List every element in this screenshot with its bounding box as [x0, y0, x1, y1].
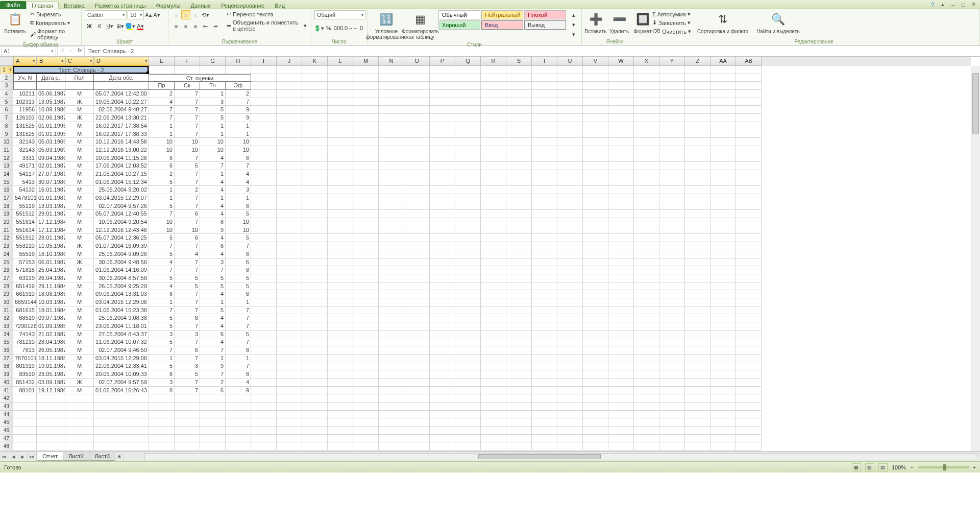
column-header-U[interactable]: U [557, 57, 583, 66]
formula-input[interactable]: Тест: Словарь - 2 [85, 46, 980, 56]
fill-color-button[interactable]: 🪣▾ [126, 21, 135, 31]
tab-insert[interactable]: Вставка [59, 2, 90, 9]
shrink-font-button[interactable]: A▾ [153, 10, 160, 19]
styles-down-button[interactable]: ▾ [569, 20, 578, 29]
decrease-indent-button[interactable]: ⇤ [201, 21, 210, 31]
autosum-button[interactable]: ΣАвтосумма▾ [651, 10, 692, 18]
maximize-icon[interactable]: □ [960, 1, 967, 8]
column-headers[interactable]: ABCDEFGHIJKLMNOPQRSTUVWXYZAAAB [13, 57, 971, 66]
format-painter-button[interactable]: 🖌Формат по образцу [29, 28, 78, 41]
currency-button[interactable]: 💲▾ [314, 23, 324, 33]
align-right-button[interactable]: ≡ [191, 21, 200, 31]
row-header-16[interactable]: 16 [0, 186, 13, 194]
page-layout-view-button[interactable]: ▥ [865, 463, 874, 471]
zoom-in-button[interactable]: + [973, 464, 976, 470]
clear-button[interactable]: ⌫Очистить▾ [651, 28, 692, 35]
font-size-select[interactable]: 10 [128, 10, 144, 19]
fx-icon[interactable]: fx [76, 47, 84, 56]
title-cell[interactable]: Тест: Словарь - 2 [13, 66, 149, 74]
border-button[interactable]: ⊞▾ [115, 21, 125, 31]
increase-decimal-button[interactable]: .0→ [344, 23, 353, 33]
normal-view-button[interactable]: ▦ [852, 463, 861, 471]
fill-button[interactable]: ⬇Заполнить▾ [651, 19, 692, 27]
column-header-P[interactable]: P [430, 57, 455, 66]
align-top-button[interactable]: ≡ [172, 10, 181, 19]
column-header-R[interactable]: R [481, 57, 506, 66]
align-middle-button[interactable]: ≡ [181, 10, 190, 19]
sheet-nav-first[interactable]: ⏮ [0, 452, 9, 461]
enter-formula-icon[interactable]: ✓ [66, 47, 75, 56]
row-header-42[interactable]: 42 [0, 394, 13, 403]
insert-cells-button[interactable]: ➕Вставить [585, 10, 606, 35]
cancel-formula-icon[interactable]: ✕ [58, 47, 66, 56]
sheet-tab-3[interactable]: Лист3 [89, 452, 115, 461]
row-header-39[interactable]: 39 [0, 370, 13, 379]
row-headers[interactable]: 1234567891011121314151617181920212223242… [0, 66, 13, 451]
row-header-23[interactable]: 23 [0, 242, 13, 250]
style-bad[interactable]: Плохой [524, 10, 566, 19]
new-sheet-button[interactable]: ✱ [115, 452, 124, 461]
row-header-45[interactable]: 45 [0, 418, 13, 427]
row-header-27[interactable]: 27 [0, 274, 13, 282]
underline-button[interactable]: Ч▾ [105, 21, 114, 31]
horizontal-scroll-thumb[interactable] [478, 454, 601, 459]
styles-more-button[interactable]: ▾ [569, 30, 578, 39]
row-header-10[interactable]: 10 [0, 138, 13, 146]
paste-button[interactable]: 📋 Вставить [3, 10, 27, 35]
tab-review[interactable]: Рецензирование [216, 2, 270, 9]
row-header-2[interactable]: 2 [0, 74, 13, 82]
tab-data[interactable]: Данные [185, 2, 216, 9]
row-header-9[interactable]: 9 [0, 130, 13, 138]
column-header-O[interactable]: O [404, 57, 430, 66]
align-center-button[interactable]: ≡ [181, 21, 190, 31]
row-header-4[interactable]: 4 [0, 90, 13, 98]
column-header-Q[interactable]: Q [455, 57, 481, 66]
grow-font-button[interactable]: A▴ [145, 10, 152, 19]
row-header-5[interactable]: 5 [0, 98, 13, 106]
help-icon[interactable]: ? [929, 1, 936, 8]
delete-cells-button[interactable]: ➖Удалить [608, 10, 630, 35]
column-header-N[interactable]: N [379, 57, 404, 66]
column-header-J[interactable]: J [277, 57, 302, 66]
cell-grid[interactable]: Тест: Словарь - 2Уч. NДата р.ПолДата обс… [13, 66, 971, 451]
row-header-37[interactable]: 37 [0, 355, 13, 363]
row-header-33[interactable]: 33 [0, 322, 13, 331]
column-header-Z[interactable]: Z [685, 57, 710, 66]
row-header-15[interactable]: 15 [0, 178, 13, 186]
wrap-text-button[interactable]: ↩Перенос текста [226, 10, 308, 18]
row-header-11[interactable]: 11 [0, 146, 13, 154]
column-header-V[interactable]: V [583, 57, 608, 66]
number-format-select[interactable]: Общий [314, 10, 365, 19]
row-header-44[interactable]: 44 [0, 411, 13, 419]
increase-indent-button[interactable]: ⇥ [210, 21, 219, 31]
column-header-I[interactable]: I [251, 57, 277, 66]
row-header-38[interactable]: 38 [0, 362, 13, 370]
sheet-tab-2[interactable]: Лист2 [63, 452, 89, 461]
decrease-decimal-button[interactable]: ←.0 [353, 23, 362, 33]
ribbon-minimize-icon[interactable]: ▴ [939, 1, 946, 8]
row-header-12[interactable]: 12 [0, 154, 13, 162]
column-header-T[interactable]: T [532, 57, 557, 66]
column-header-A[interactable]: A [13, 57, 37, 66]
comma-button[interactable]: 000 [334, 23, 343, 33]
sheet-nav-prev[interactable]: ◀ [9, 452, 18, 461]
row-header-47[interactable]: 47 [0, 435, 13, 443]
row-header-18[interactable]: 18 [0, 202, 13, 210]
style-output[interactable]: Вывод [524, 20, 566, 30]
row-header-14[interactable]: 14 [0, 170, 13, 178]
column-header-C[interactable]: C [65, 57, 94, 66]
row-header-29[interactable]: 29 [0, 290, 13, 298]
tab-formulas[interactable]: Формулы [151, 2, 186, 9]
name-box[interactable]: A1▾ [1, 46, 56, 56]
column-header-F[interactable]: F [175, 57, 200, 66]
row-header-1[interactable]: 1 [0, 66, 14, 74]
vertical-scroll-thumb[interactable] [972, 73, 979, 134]
copy-button[interactable]: ⧉Копировать▾ [29, 19, 78, 27]
italic-button[interactable]: К [95, 21, 104, 31]
styles-up-button[interactable]: ▴ [569, 10, 578, 19]
close-icon[interactable]: ✕ [970, 1, 977, 8]
row-header-34[interactable]: 34 [0, 331, 13, 339]
row-header-36[interactable]: 36 [0, 346, 13, 355]
font-color-button[interactable]: A▾ [136, 21, 145, 31]
row-header-17[interactable]: 17 [0, 194, 13, 202]
